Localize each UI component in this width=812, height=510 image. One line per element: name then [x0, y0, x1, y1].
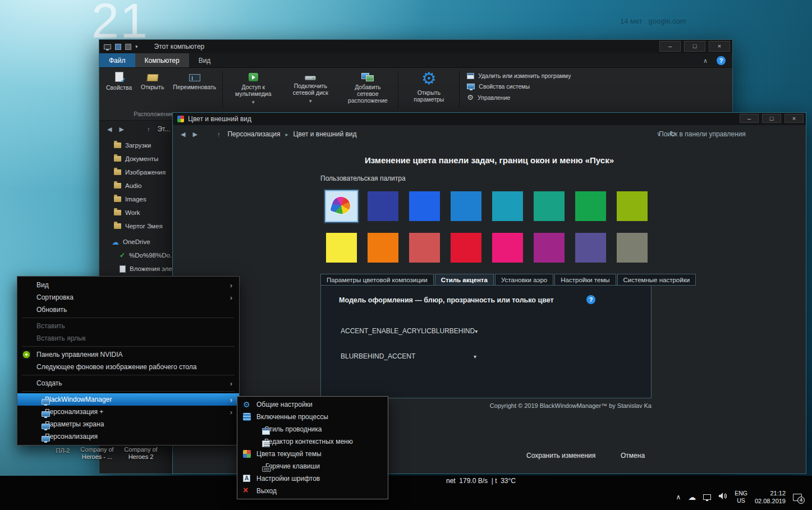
- palette-icon: [177, 116, 184, 122]
- breadcrumb-color-appearance[interactable]: Цвет и внешний вид: [293, 130, 357, 138]
- breadcrumb-personalization[interactable]: Персонализация: [227, 130, 280, 138]
- submenu-item-enabled-processes[interactable]: Включенные процессы: [237, 411, 388, 423]
- tab-computer[interactable]: Компьютер: [135, 53, 189, 67]
- palette-swatch[interactable]: [617, 233, 648, 263]
- drive-icon: [305, 76, 316, 80]
- palette-swatch[interactable]: [575, 191, 606, 221]
- palette-swatch[interactable]: [409, 191, 440, 221]
- minimize-button[interactable]: –: [659, 41, 681, 52]
- submenu-item-general-settings[interactable]: ⚙ Общие настройки: [237, 398, 388, 411]
- menu-item-blackwindowmanager[interactable]: BlackWindowManager ›: [17, 393, 239, 406]
- maximize-button[interactable]: □: [684, 41, 705, 52]
- tab-aero-settings[interactable]: Установки аэро: [495, 274, 553, 286]
- submenu-item-current-theme-colors[interactable]: Цвета текущей темы: [237, 448, 388, 460]
- submenu-item-hotkeys[interactable]: Горячие клавиши: [237, 460, 388, 472]
- menu-item-next-wallpaper[interactable]: Следующее фоновое изображение рабочего с…: [17, 361, 239, 373]
- palette-swatch[interactable]: [451, 233, 481, 263]
- cancel-button[interactable]: Отмена: [616, 448, 649, 463]
- action-center-icon[interactable]: 4: [793, 494, 802, 501]
- submenu-item-explorer-style[interactable]: Стиль проводника: [237, 423, 388, 435]
- submenu-item-context-menu-editor[interactable]: Редактор контекстных меню: [237, 435, 388, 448]
- menu-item-nvidia-control-panel[interactable]: Панель управления NVIDIA: [17, 348, 239, 361]
- tab-view[interactable]: Вид: [189, 53, 221, 67]
- palette-swatch[interactable]: [617, 191, 648, 221]
- display-icon[interactable]: [703, 494, 711, 500]
- palette-swatch[interactable]: [534, 191, 565, 221]
- submenu-arrow-icon: ›: [230, 380, 232, 387]
- menu-item-new[interactable]: Создать ›: [17, 377, 239, 389]
- tab-accent-style[interactable]: Стиль акцента: [435, 274, 494, 286]
- manage-button[interactable]: ⚙ Управление: [467, 94, 571, 101]
- theme-colors-icon: [243, 450, 251, 458]
- tab-system-settings[interactable]: Системные настройки: [617, 274, 696, 286]
- search-input[interactable]: [659, 128, 778, 140]
- open-settings-button[interactable]: ⚙ Открыть параметры: [400, 68, 457, 111]
- map-network-drive-button[interactable]: Подключить сетевой диск ▾: [282, 68, 339, 111]
- uninstall-program-button[interactable]: Удалить или изменить программу: [467, 72, 571, 79]
- close-button[interactable]: ×: [785, 114, 804, 123]
- menu-item-personalization-plus[interactable]: Персонализация + ›: [17, 406, 239, 418]
- submenu-item-font-settings[interactable]: Настройки шрифтов: [237, 472, 388, 485]
- menu-item-view[interactable]: Вид ›: [17, 279, 239, 291]
- add-network-location-button[interactable]: Добавить сетевое расположение: [339, 68, 396, 111]
- ribbon-separator: [398, 71, 398, 108]
- system-properties-button[interactable]: Свойства системы: [467, 83, 571, 90]
- palette-swatch[interactable]: [534, 233, 565, 263]
- quick-access-icon[interactable]: [115, 44, 121, 50]
- forward-icon[interactable]: ▶: [119, 126, 123, 133]
- qat-customize-icon[interactable]: ▾: [135, 44, 138, 49]
- back-icon[interactable]: ◀: [181, 131, 185, 138]
- submenu-arrow-icon: ›: [230, 396, 232, 403]
- cloud-icon[interactable]: ☁: [688, 493, 696, 501]
- blurbehind-dropdown[interactable]: BLURBEHIND_ACCENT ▾: [341, 352, 476, 360]
- notification-badge: 4: [797, 497, 805, 504]
- menu-item-refresh[interactable]: Обновить: [17, 304, 239, 316]
- dropdown-arrow-icon: ▾: [475, 328, 478, 334]
- address-text[interactable]: Эт...: [157, 125, 170, 133]
- minimize-button[interactable]: –: [740, 114, 759, 123]
- palette-swatch[interactable]: [575, 233, 606, 263]
- desktop-icon-pl2[interactable]: ПЛ-2: [47, 447, 79, 454]
- system-tray: ∧ ☁ ENG US 21:12 02.08.2019 4: [676, 489, 802, 506]
- open-button[interactable]: Открыть: [136, 68, 168, 111]
- properties-button[interactable]: Свойства: [102, 68, 136, 111]
- palette-swatch[interactable]: [368, 191, 398, 221]
- tab-file[interactable]: Файл: [99, 53, 135, 67]
- language-indicator[interactable]: ENG US: [735, 490, 747, 504]
- ribbon-tab-strip: Файл Компьютер Вид ∧ ?: [99, 53, 732, 68]
- submenu-arrow-icon: ›: [230, 408, 232, 416]
- back-icon[interactable]: ◀: [107, 126, 112, 133]
- submenu-item-exit[interactable]: × Выход: [237, 485, 388, 497]
- menu-item-sort[interactable]: Сортировка ›: [17, 291, 239, 304]
- collapse-ribbon-icon[interactable]: ∧: [703, 57, 708, 65]
- save-changes-button[interactable]: Сохранить изменения: [522, 448, 600, 463]
- palette-swatch[interactable]: [492, 233, 523, 263]
- palette-swatch[interactable]: [409, 233, 440, 263]
- palette-swatch-custom[interactable]: [326, 191, 357, 221]
- menu-item-personalization[interactable]: Персонализация: [17, 430, 239, 443]
- palette-swatch[interactable]: [451, 191, 481, 221]
- accent-mode-dropdown[interactable]: ACCENT_ENABLE_ACRYLICBLURBEHIND ▾: [341, 327, 476, 335]
- tab-theme-settings[interactable]: Настройки темы: [554, 274, 616, 286]
- maximize-button[interactable]: □: [762, 114, 781, 123]
- palette-swatch[interactable]: [492, 191, 523, 221]
- quick-access-icon-2[interactable]: [125, 44, 131, 50]
- up-icon[interactable]: ↑: [217, 131, 221, 137]
- tab-color-composition[interactable]: Параметры цветовой композиции: [320, 274, 434, 286]
- menu-item-display-settings[interactable]: Параметры экрана: [17, 418, 239, 430]
- palette-swatch[interactable]: [368, 233, 398, 263]
- media-access-button[interactable]: Доступ к мультимедиа ▾: [224, 68, 282, 111]
- up-icon[interactable]: ↑: [147, 126, 150, 132]
- close-button[interactable]: ×: [709, 41, 730, 52]
- rename-button[interactable]: Переименовать: [168, 68, 221, 111]
- help-icon[interactable]: ?: [717, 56, 726, 65]
- time-text: 21:12: [755, 489, 786, 497]
- desktop-icon-coh1[interactable]: Company of Heroes - ...: [75, 446, 119, 461]
- forward-icon[interactable]: ▶: [192, 131, 197, 138]
- desktop-icon-coh2[interactable]: Company of Heroes 2: [120, 446, 162, 461]
- clock[interactable]: 21:12 02.08.2019: [755, 489, 786, 506]
- speaker-icon[interactable]: [718, 492, 727, 502]
- show-hidden-icons-icon[interactable]: ∧: [676, 494, 681, 500]
- palette-swatch[interactable]: [326, 233, 357, 263]
- help-icon[interactable]: ?: [586, 295, 595, 304]
